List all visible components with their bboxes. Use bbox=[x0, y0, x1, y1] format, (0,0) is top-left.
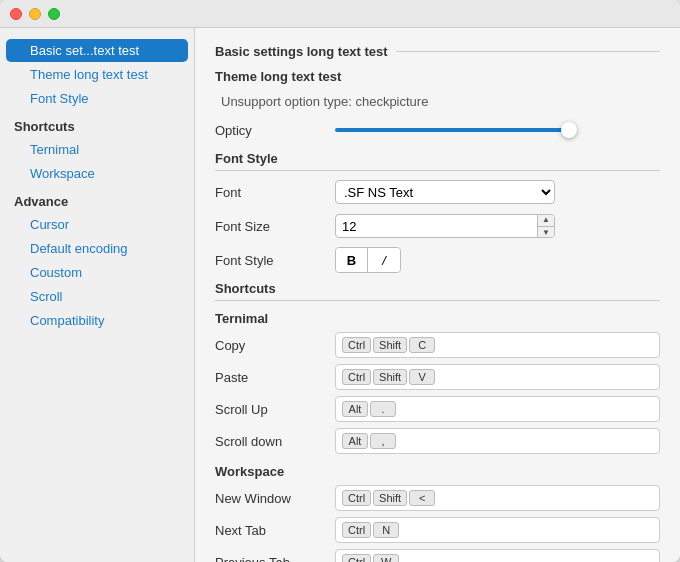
opticy-row: Opticy bbox=[215, 117, 660, 143]
maximize-button[interactable] bbox=[48, 8, 60, 20]
next-tab-keys[interactable]: Ctrl N bbox=[335, 517, 660, 543]
new-window-keys[interactable]: Ctrl Shift < bbox=[335, 485, 660, 511]
opticy-control bbox=[335, 128, 660, 132]
new-window-key-lt: < bbox=[409, 490, 435, 506]
font-style-button-group: B / bbox=[335, 247, 401, 273]
paste-key-shift: Shift bbox=[373, 369, 407, 385]
sidebar-item-workspace[interactable]: Workspace bbox=[6, 162, 188, 185]
main-panel: Basic settings long text test Theme long… bbox=[195, 28, 680, 562]
stepper-up-button[interactable]: ▲ bbox=[538, 214, 554, 227]
ternimal-sublabel: Ternimal bbox=[215, 311, 660, 326]
font-style-section-title: Font Style bbox=[215, 151, 660, 171]
font-size-stepper: ▲ ▼ bbox=[335, 214, 555, 238]
new-window-key-ctrl: Ctrl bbox=[342, 490, 371, 506]
font-select[interactable]: .SF NS Text Menlo Monaco Courier New bbox=[335, 180, 555, 204]
sidebar: Basic set...text test Theme long text te… bbox=[0, 28, 195, 562]
copy-key-c: C bbox=[409, 337, 435, 353]
font-size-label: Font Size bbox=[215, 219, 335, 234]
new-window-row: New Window Ctrl Shift < bbox=[215, 485, 660, 511]
scroll-down-key-comma: , bbox=[370, 433, 396, 449]
close-button[interactable] bbox=[10, 8, 22, 20]
minimize-button[interactable] bbox=[29, 8, 41, 20]
stepper-buttons: ▲ ▼ bbox=[537, 214, 554, 238]
paste-row: Paste Ctrl Shift V bbox=[215, 364, 660, 390]
stepper-down-button[interactable]: ▼ bbox=[538, 227, 554, 239]
font-size-input[interactable] bbox=[336, 219, 537, 234]
italic-button[interactable]: / bbox=[368, 248, 400, 272]
paste-key-ctrl: Ctrl bbox=[342, 369, 371, 385]
paste-action-label: Paste bbox=[215, 370, 335, 385]
scroll-up-keys[interactable]: Alt . bbox=[335, 396, 660, 422]
scroll-up-key-dot: . bbox=[370, 401, 396, 417]
font-control: .SF NS Text Menlo Monaco Courier New bbox=[335, 180, 660, 204]
sidebar-item-font-style-nav[interactable]: Font Style bbox=[6, 87, 188, 110]
copy-action-label: Copy bbox=[215, 338, 335, 353]
copy-key-shift: Shift bbox=[373, 337, 407, 353]
prev-tab-row: Previous Tab Ctrl W bbox=[215, 549, 660, 562]
scroll-up-action-label: Scroll Up bbox=[215, 402, 335, 417]
scroll-up-key-alt: Alt bbox=[342, 401, 368, 417]
sidebar-item-cursor[interactable]: Cursor bbox=[6, 213, 188, 236]
next-tab-row: Next Tab Ctrl N bbox=[215, 517, 660, 543]
opticy-label: Opticy bbox=[215, 123, 335, 138]
new-window-key-shift: Shift bbox=[373, 490, 407, 506]
scroll-down-key-alt: Alt bbox=[342, 433, 368, 449]
app-window: Basic set...text test Theme long text te… bbox=[0, 0, 680, 562]
paste-key-v: V bbox=[409, 369, 435, 385]
shortcuts-section-title: Shortcuts bbox=[215, 281, 660, 301]
font-label: Font bbox=[215, 185, 335, 200]
font-style-row: Font Style B / bbox=[215, 247, 660, 273]
titlebar bbox=[0, 0, 680, 28]
prev-tab-key-ctrl: Ctrl bbox=[342, 554, 371, 562]
bold-button[interactable]: B bbox=[336, 248, 368, 272]
new-window-action-label: New Window bbox=[215, 491, 335, 506]
workspace-sublabel: Workspace bbox=[215, 464, 660, 479]
font-size-row: Font Size ▲ ▼ bbox=[215, 213, 660, 239]
font-row: Font .SF NS Text Menlo Monaco Courier Ne… bbox=[215, 179, 660, 205]
copy-row: Copy Ctrl Shift C bbox=[215, 332, 660, 358]
sidebar-item-compatibility[interactable]: Compatibility bbox=[6, 309, 188, 332]
scroll-up-row: Scroll Up Alt . bbox=[215, 396, 660, 422]
advance-header: Advance bbox=[0, 186, 194, 212]
next-tab-key-n: N bbox=[373, 522, 399, 538]
opticy-slider-track[interactable] bbox=[335, 128, 575, 132]
sidebar-item-default-encoding[interactable]: Default encoding bbox=[6, 237, 188, 260]
paste-keys[interactable]: Ctrl Shift V bbox=[335, 364, 660, 390]
copy-key-ctrl: Ctrl bbox=[342, 337, 371, 353]
shortcuts-header: Shortcuts bbox=[0, 111, 194, 137]
sidebar-item-theme-long-text-test[interactable]: Theme long text test bbox=[6, 63, 188, 86]
opticy-slider-thumb[interactable] bbox=[561, 122, 577, 138]
next-tab-action-label: Next Tab bbox=[215, 523, 335, 538]
font-style-control: B / bbox=[335, 247, 660, 273]
prev-tab-key-w: W bbox=[373, 554, 399, 562]
scroll-down-keys[interactable]: Alt , bbox=[335, 428, 660, 454]
font-size-control: ▲ ▼ bbox=[335, 214, 660, 238]
sidebar-item-coustom[interactable]: Coustom bbox=[6, 261, 188, 284]
prev-tab-keys[interactable]: Ctrl W bbox=[335, 549, 660, 562]
content-area: Basic set...text test Theme long text te… bbox=[0, 28, 680, 562]
next-tab-key-ctrl: Ctrl bbox=[342, 522, 371, 538]
sidebar-item-ternimal[interactable]: Ternimal bbox=[6, 138, 188, 161]
sidebar-item-scroll[interactable]: Scroll bbox=[6, 285, 188, 308]
page-title: Basic settings long text test bbox=[215, 44, 660, 59]
theme-subsection-label: Theme long text test bbox=[215, 69, 660, 84]
scroll-down-action-label: Scroll down bbox=[215, 434, 335, 449]
sidebar-item-basic-set-text-test[interactable]: Basic set...text test bbox=[6, 39, 188, 62]
scroll-down-row: Scroll down Alt , bbox=[215, 428, 660, 454]
unsupport-notice: Unsupport option type: checkpicture bbox=[215, 90, 660, 117]
prev-tab-action-label: Previous Tab bbox=[215, 555, 335, 563]
copy-keys[interactable]: Ctrl Shift C bbox=[335, 332, 660, 358]
font-style-label: Font Style bbox=[215, 253, 335, 268]
